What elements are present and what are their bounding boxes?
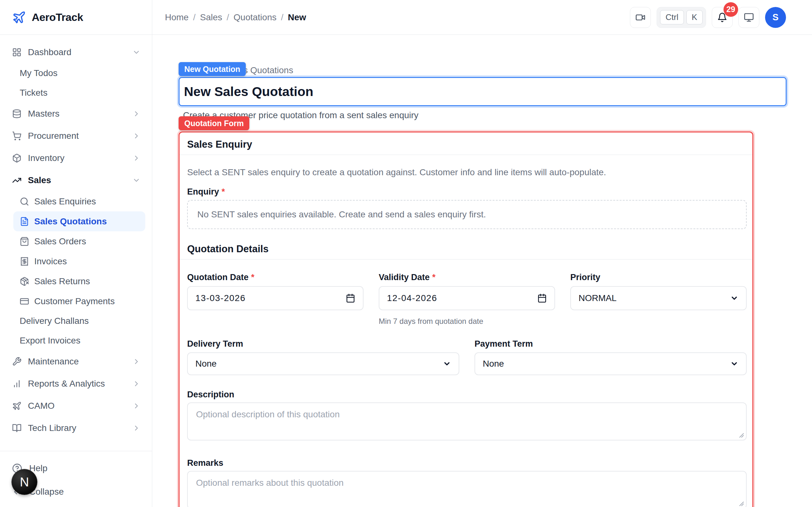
sidebar-item-label: Tech Library [28, 423, 77, 433]
chevron-down-icon [132, 176, 141, 184]
plane-logo-icon [12, 10, 26, 24]
chevron-right-icon [132, 132, 141, 140]
user-avatar[interactable]: S [765, 7, 786, 28]
credit-card-icon [20, 297, 29, 306]
sidebar-item-label: My Todos [20, 68, 57, 78]
video-camera-icon [635, 12, 646, 22]
chevron-right-icon [132, 110, 141, 118]
sidebar-item-invoices[interactable]: Invoices [0, 251, 152, 271]
shopping-bag-icon [20, 237, 29, 246]
section-divider [180, 155, 752, 155]
brand-name: AeroTrack [32, 11, 83, 23]
breadcrumb-current: New [288, 12, 306, 22]
chevron-right-icon [132, 402, 141, 410]
annotation-title-badge: New Quotation [179, 62, 246, 76]
description-textarea[interactable] [187, 402, 747, 441]
sidebar-item-sales-returns[interactable]: Sales Returns [0, 271, 152, 291]
sidebar-item-procurement[interactable]: Procurement [0, 125, 152, 147]
validity-date-label: Validity Date* [379, 273, 436, 282]
calendar-icon [346, 293, 355, 303]
screen-record-button[interactable] [630, 7, 651, 28]
breadcrumb-sales[interactable]: Sales [200, 12, 222, 22]
page-content: ← Back to Sales Quotations New Quotation… [152, 35, 812, 507]
enquiry-empty-state[interactable]: No SENT sales enquiries available. Creat… [187, 200, 747, 229]
sidebar-item-camo[interactable]: CAMO [0, 395, 152, 417]
sidebar-item-inventory[interactable]: Inventory [0, 147, 152, 169]
sidebar-item-maintenance[interactable]: Maintenance [0, 350, 152, 373]
breadcrumb: Home / Sales / Quotations / New [165, 12, 306, 22]
sidebar-item-my-todos[interactable]: My Todos [0, 63, 152, 83]
notifications-button[interactable]: 29 [712, 7, 733, 28]
payment-term-select[interactable]: None [474, 352, 747, 375]
payment-term-label: Payment Term [474, 339, 533, 349]
remarks-textarea[interactable] [187, 471, 747, 507]
trending-up-icon [12, 176, 21, 185]
file-text-icon [20, 217, 29, 226]
sidebar-item-sales-orders[interactable]: Sales Orders [0, 231, 152, 251]
command-palette-shortcut[interactable]: Ctrl K [657, 7, 706, 28]
sidebar-item-delivery-challans[interactable]: Delivery Challans [0, 311, 152, 331]
description-field-wrap [187, 402, 747, 441]
plane-icon [12, 401, 21, 411]
breadcrumb-home[interactable]: Home [165, 12, 189, 22]
sidebar-item-label: Export Invoices [20, 336, 80, 346]
annotation-title-highlight-box: New Sales Quotation [179, 77, 786, 106]
sidebar-item-label: Reports & Analytics [28, 379, 105, 389]
chevron-right-icon [132, 424, 141, 432]
main-column: Home / Sales / Quotations / New Ctrl K 2… [152, 0, 812, 507]
calendar-icon [537, 293, 547, 303]
notification-count-badge: 29 [723, 2, 738, 17]
bar-chart-icon [12, 379, 21, 389]
layout-grid-icon [12, 48, 21, 57]
sidebar-item-sales[interactable]: Sales [0, 169, 152, 191]
validity-date-value: 12-04-2026 [387, 293, 437, 303]
delivery-term-select[interactable]: None [187, 352, 459, 375]
quotation-details-heading: Quotation Details [187, 243, 269, 255]
receipt-icon [20, 257, 29, 266]
validity-date-input[interactable]: 12-04-2026 [379, 286, 555, 310]
sidebar-item-export-invoices[interactable]: Export Invoices [0, 331, 152, 350]
remarks-label: Remarks [187, 458, 223, 468]
breadcrumb-quotations[interactable]: Quotations [234, 12, 276, 22]
priority-value: NORMAL [578, 293, 617, 303]
sidebar-item-masters[interactable]: Masters [0, 103, 152, 125]
sidebar-item-dashboard[interactable]: Dashboard [0, 41, 152, 63]
quotation-form-card: Sales Enquiry Select a SENT sales enquir… [179, 131, 753, 507]
app-root: AeroTrack Dashboard My Todos Tickets Mas… [0, 0, 812, 507]
remarks-field-wrap [187, 471, 747, 507]
breadcrumb-separator: / [193, 12, 196, 22]
quotation-date-input[interactable]: 13-03-2026 [187, 286, 363, 310]
chevron-down-icon [730, 294, 739, 302]
sidebar-item-label: Maintenance [28, 356, 79, 367]
sidebar-item-customer-payments[interactable]: Customer Payments [0, 291, 152, 311]
sidebar-item-label: Tickets [20, 88, 48, 98]
payment-term-value: None [483, 359, 504, 369]
priority-select[interactable]: NORMAL [570, 286, 747, 310]
sidebar-item-label: Sales Quotations [34, 216, 107, 227]
sidebar-item-tickets[interactable]: Tickets [0, 83, 152, 103]
sidebar-item-tech-library[interactable]: Tech Library [0, 417, 152, 439]
validity-helper-text: Min 7 days from quotation date [379, 317, 484, 326]
nextjs-dev-badge[interactable]: N [11, 469, 38, 495]
chevron-down-icon [443, 360, 451, 368]
display-mode-button[interactable] [739, 7, 759, 28]
sidebar-item-sales-quotations[interactable]: Sales Quotations [13, 211, 145, 231]
description-label: Description [187, 390, 235, 400]
book-open-icon [12, 424, 21, 433]
resize-grip-icon[interactable] [739, 433, 744, 438]
dev-badge-letter: N [20, 475, 29, 489]
priority-label: Priority [570, 273, 600, 282]
brand-logo[interactable]: AeroTrack [0, 0, 152, 35]
sidebar-item-label: Sales Enquiries [34, 196, 96, 207]
page-title: New Sales Quotation [180, 84, 313, 99]
enquiry-section-description: Select a SENT sales enquiry to create a … [187, 167, 606, 177]
sidebar-item-label: Masters [28, 109, 60, 119]
resize-grip-icon[interactable] [739, 501, 744, 506]
sidebar-item-label: Sales Orders [34, 236, 86, 246]
sidebar-item-sales-enquiries[interactable]: Sales Enquiries [0, 191, 152, 211]
required-marker: * [432, 273, 436, 282]
sidebar-nav: Dashboard My Todos Tickets Masters Procu… [0, 35, 152, 439]
sidebar: AeroTrack Dashboard My Todos Tickets Mas… [0, 0, 152, 507]
sidebar-item-reports-analytics[interactable]: Reports & Analytics [0, 373, 152, 395]
delivery-term-label: Delivery Term [187, 339, 243, 349]
